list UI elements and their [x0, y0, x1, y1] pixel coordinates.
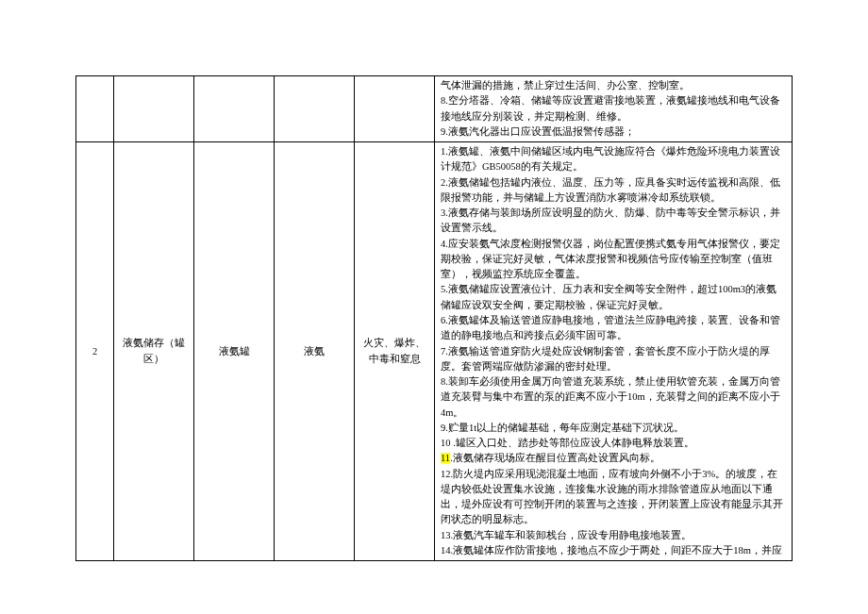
- main-table: 气体泄漏的措施，禁止穿过生活间、办公室、控制室。8.空分塔器、冷箱、储罐等应设置…: [75, 75, 793, 561]
- cell-equipment: 液氨罐: [194, 142, 275, 561]
- cell-storage: 液氨储存（罐区）: [114, 142, 194, 561]
- cell-num: [76, 76, 114, 142]
- cell-content: 气体泄漏的措施，禁止穿过生活间、办公室、控制室。8.空分塔器、冷箱、储罐等应设置…: [435, 76, 793, 142]
- cell-equipment: [194, 76, 275, 142]
- cell-content: 1.液氨罐、液氨中间储罐区域内电气设施应符合《爆炸危险环境电力装置设计规范》GB…: [435, 142, 793, 561]
- document-table-wrapper: 气体泄漏的措施，禁止穿过生活间、办公室、控制室。8.空分塔器、冷箱、储罐等应设置…: [0, 0, 868, 561]
- table-row: 2液氨储存（罐区）液氨罐液氨火灾、爆炸、中毒和窒息1.液氨罐、液氨中间储罐区域内…: [76, 142, 793, 561]
- table-row: 气体泄漏的措施，禁止穿过生活间、办公室、控制室。8.空分塔器、冷箱、储罐等应设置…: [76, 76, 793, 142]
- cell-num: 2: [76, 142, 114, 561]
- cell-material: [275, 76, 355, 142]
- cell-hazard: [355, 76, 435, 142]
- cell-material: 液氨: [275, 142, 355, 561]
- cell-hazard: 火灾、爆炸、中毒和窒息: [355, 142, 435, 561]
- cell-storage: [114, 76, 194, 142]
